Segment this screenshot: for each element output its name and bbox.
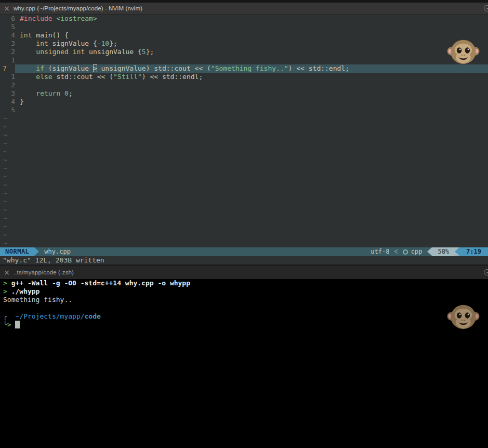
line-number: 1 bbox=[0, 56, 15, 64]
code-token bbox=[7, 312, 16, 320]
pane-menu-icon[interactable] bbox=[484, 269, 488, 275]
line-number: 5 bbox=[0, 106, 15, 114]
vim-cursor: > bbox=[93, 64, 97, 72]
code-line[interactable]: 5 bbox=[0, 106, 488, 114]
code-line[interactable]: 4} bbox=[0, 98, 488, 106]
code-token: int bbox=[73, 48, 85, 56]
terminal-pane-title: ..ts/myapp/code (-zsh) bbox=[14, 269, 74, 275]
code-token bbox=[69, 48, 73, 56]
code-token: unsignValue { bbox=[85, 48, 142, 56]
terminal-pane-titlebar: × ..ts/myapp/code (-zsh) bbox=[0, 266, 488, 279]
terminal-line: > g++ -Wall -g -O0 -std=c++14 why.cpp -o… bbox=[0, 279, 488, 287]
line-number: 7 bbox=[0, 64, 15, 73]
code-line[interactable]: 1 bbox=[0, 56, 488, 64]
vim-statusline: NORMAL why.cpp utf-8 < cpp 58% 7:19 bbox=[0, 247, 488, 256]
empty-line-tilde: ~ bbox=[0, 164, 488, 173]
pane-menu-icon[interactable] bbox=[484, 5, 488, 11]
code-token: <iostream> bbox=[56, 15, 97, 22]
code-token: }; bbox=[146, 48, 154, 56]
vim-pane-title: why.cpp (~/Projects/myapp/code) - NVIM (… bbox=[14, 5, 142, 11]
code-token: (signValue bbox=[44, 64, 93, 72]
cursor-position: 7:19 bbox=[459, 247, 488, 256]
code-text: #include <iostream> bbox=[15, 15, 488, 23]
code-token: unsignValue) std::cout << ( bbox=[97, 64, 211, 72]
code-token: std::cout << ( bbox=[52, 73, 113, 81]
code-token: ; bbox=[69, 89, 73, 97]
line-number: 4 bbox=[0, 31, 15, 39]
code-line[interactable]: 7 if (signValue > unsignValue) std::cout… bbox=[0, 64, 488, 73]
code-text: if (signValue > unsignValue) std::cout <… bbox=[15, 64, 488, 73]
empty-line-tilde: ~ bbox=[0, 189, 488, 197]
code-text: } bbox=[15, 98, 488, 106]
code-text bbox=[15, 23, 488, 31]
terminal-window: × why.cpp (~/Projects/myapp/code) - NVIM… bbox=[0, 0, 488, 448]
monkey-emoji bbox=[447, 299, 480, 334]
statusline-filename: why.cpp bbox=[44, 247, 71, 256]
empty-line-tilde: ~ bbox=[0, 131, 488, 139]
code-token: }; bbox=[109, 39, 117, 47]
close-icon[interactable]: × bbox=[0, 3, 14, 15]
code-token: ./whypp bbox=[7, 287, 40, 295]
empty-line-tilde: ~ bbox=[0, 214, 488, 222]
code-token: main() { bbox=[32, 31, 68, 39]
empty-line-tilde: ~ bbox=[0, 206, 488, 214]
code-token: "Still" bbox=[113, 73, 142, 81]
terminal-line: ╰> bbox=[0, 321, 488, 329]
mode-indicator: NORMAL bbox=[0, 247, 34, 256]
code-token bbox=[20, 89, 36, 97]
powerline-separator-icon bbox=[455, 247, 459, 256]
code-line[interactable]: 3 return 0; bbox=[0, 89, 488, 98]
code-text: unsigned int unsignValue {5}; bbox=[15, 48, 488, 56]
empty-line-tilde: ~ bbox=[0, 139, 488, 148]
code-token: ) << std::endl; bbox=[288, 64, 349, 72]
code-line[interactable]: 4int main() { bbox=[0, 31, 488, 39]
line-number: 6 bbox=[0, 15, 15, 23]
empty-line-tilde: ~ bbox=[0, 173, 488, 181]
code-text: return 0; bbox=[15, 89, 488, 98]
code-token: ╰ bbox=[3, 321, 7, 328]
code-token bbox=[11, 321, 16, 328]
code-text: int main() { bbox=[15, 31, 488, 39]
empty-line-tilde: ~ bbox=[0, 148, 488, 156]
code-token: > bbox=[3, 279, 7, 287]
code-line[interactable]: 6#include <iostream> bbox=[0, 15, 488, 23]
gear-icon bbox=[403, 249, 408, 255]
terminal-line: ╭ ~/Projects/myapp/code bbox=[0, 312, 488, 321]
code-token: #include bbox=[20, 15, 52, 22]
empty-line-tilde: ~ bbox=[0, 123, 488, 131]
empty-line-tilde: ~ bbox=[0, 181, 488, 189]
code-token: else bbox=[36, 73, 52, 81]
code-token bbox=[20, 64, 36, 72]
code-line[interactable]: 5 bbox=[0, 23, 488, 31]
terminal-line bbox=[0, 304, 488, 312]
statusline-spacer bbox=[71, 247, 371, 256]
code-token bbox=[20, 39, 36, 47]
code-token: signValue {- bbox=[48, 39, 101, 47]
line-number: 4 bbox=[0, 98, 15, 106]
terminal-output[interactable]: > g++ -Wall -g -O0 -std=c++14 why.cpp -o… bbox=[0, 279, 488, 448]
code-text bbox=[15, 81, 488, 89]
line-number: 5 bbox=[0, 23, 15, 31]
code-token bbox=[20, 73, 36, 81]
code-token: > bbox=[7, 321, 11, 328]
editor-buffer[interactable]: 6#include <iostream>54int main() {3 int … bbox=[0, 15, 488, 247]
code-token: int bbox=[36, 39, 48, 47]
empty-line-tilde: ~ bbox=[0, 156, 488, 164]
close-icon[interactable]: × bbox=[0, 267, 14, 279]
code-token: return bbox=[36, 89, 60, 97]
code-text bbox=[15, 106, 488, 114]
code-line[interactable]: 2 bbox=[0, 81, 488, 89]
code-text: int signValue {-10}; bbox=[15, 39, 488, 48]
code-token: int bbox=[20, 31, 32, 39]
code-token: "Something fishy.." bbox=[211, 64, 288, 72]
thin-separator-icon: < bbox=[394, 246, 398, 257]
code-token: ~/Projects/myapp/ bbox=[15, 312, 84, 320]
code-line[interactable]: 1 else std::cout << ("Still") << std::en… bbox=[0, 73, 488, 81]
code-token: g++ -Wall -g -O0 -std=c++14 why.cpp -o w… bbox=[7, 279, 190, 287]
terminal-line: > ./whypp bbox=[0, 287, 488, 296]
code-token: > bbox=[3, 287, 7, 295]
code-line[interactable]: 3 int signValue {-10}; bbox=[0, 39, 488, 48]
code-line[interactable]: 2 unsigned int unsignValue {5}; bbox=[0, 48, 488, 56]
line-number: 3 bbox=[0, 39, 15, 48]
powerline-separator-icon bbox=[34, 247, 39, 256]
